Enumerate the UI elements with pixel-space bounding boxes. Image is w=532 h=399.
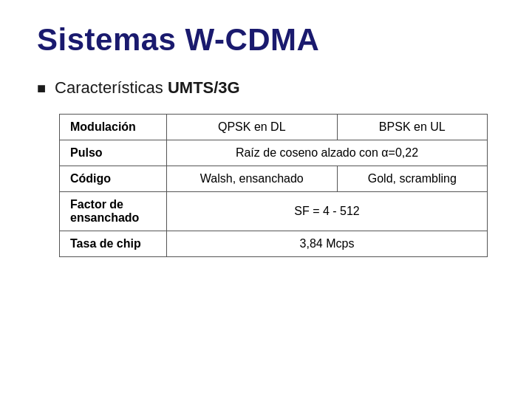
cell-tasa: 3,84 Mcps [167,231,488,257]
bullet-section: ■ Características UMTS/3G [37,78,495,98]
row-header-tasa: Tasa de chip [60,231,167,257]
slide-title: Sistemas W-CDMA [37,22,495,58]
bullet-icon: ■ [37,80,46,97]
row-header-factor: Factor de ensanchado [60,192,167,231]
cell-factor: SF = 4 - 512 [167,192,488,231]
table-row: Factor de ensanchado SF = 4 - 512 [60,192,488,231]
cell-codigo-col1: Walsh, ensanchado [167,166,338,192]
bullet-emphasis: UMTS/3G [168,78,240,97]
characteristics-table: Modulación QPSK en DL BPSK en UL Pulso R… [59,114,488,257]
slide: Sistemas W-CDMA ■ Características UMTS/3… [0,0,532,399]
cell-modulacion-col1: QPSK en DL [167,115,338,140]
table-row: Tasa de chip 3,84 Mcps [60,231,488,257]
table-row: Modulación QPSK en DL BPSK en UL [60,115,488,140]
table-row: Código Walsh, ensanchado Gold, scramblin… [60,166,488,192]
cell-modulacion-col2: BPSK en UL [337,115,487,140]
row-header-modulacion: Modulación [60,115,167,140]
cell-pulso: Raíz de coseno alzado con α=0,22 [167,140,488,166]
row-header-codigo: Código [60,166,167,192]
cell-codigo-col2: Gold, scrambling [337,166,487,192]
table-row: Pulso Raíz de coseno alzado con α=0,22 [60,140,488,166]
row-header-pulso: Pulso [60,140,167,166]
bullet-label: Características UMTS/3G [55,78,240,98]
bullet-prefix: Características [55,78,168,97]
table-wrapper: Modulación QPSK en DL BPSK en UL Pulso R… [59,114,495,257]
